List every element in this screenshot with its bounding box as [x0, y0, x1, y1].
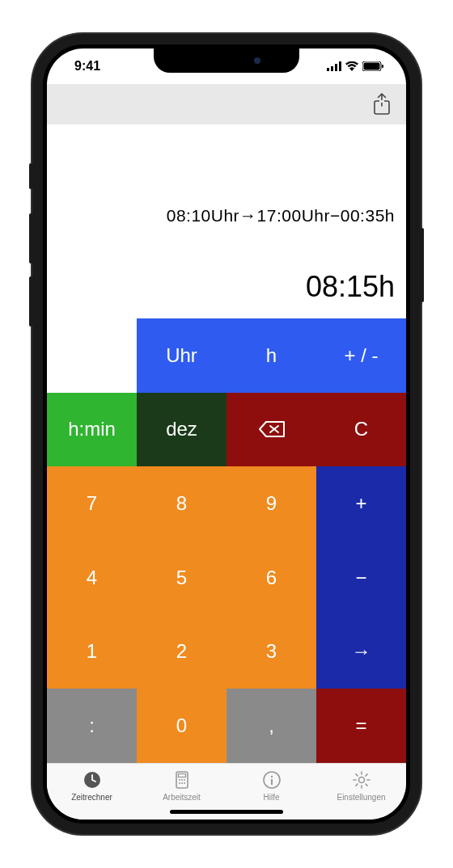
nav-bar	[47, 84, 406, 124]
keypad: Uhr h + / - h:min dez C 7 8 9 + 4 5	[47, 318, 406, 763]
key-2[interactable]: 2	[137, 615, 226, 689]
key-8[interactable]: 8	[137, 466, 226, 541]
key-minus[interactable]: −	[316, 541, 406, 615]
gear-icon	[351, 769, 372, 790]
key-uhr[interactable]: Uhr	[137, 318, 226, 393]
key-colon[interactable]: :	[47, 689, 137, 763]
home-indicator[interactable]	[170, 810, 283, 814]
svg-point-17	[184, 782, 185, 784]
share-icon	[373, 93, 391, 116]
expression-text: 08:10Uhr→17:00Uhr−00:35h	[167, 206, 395, 225]
backspace-icon	[258, 419, 286, 439]
svg-rect-8	[379, 100, 384, 103]
result-text: 08:15h	[306, 270, 395, 304]
key-hmin[interactable]: h:min	[47, 393, 137, 467]
side-button	[29, 163, 32, 189]
wifi-icon	[345, 61, 358, 71]
key-h[interactable]: h	[226, 318, 316, 393]
side-button	[29, 276, 32, 327]
info-icon	[261, 769, 282, 790]
battery-icon	[362, 61, 383, 71]
svg-point-13	[181, 779, 183, 781]
svg-point-12	[179, 779, 180, 781]
key-7[interactable]: 7	[47, 466, 137, 541]
key-empty	[47, 318, 137, 393]
key-backspace[interactable]	[226, 393, 316, 467]
key-9[interactable]: 9	[226, 466, 316, 541]
cellular-icon	[327, 61, 341, 71]
svg-rect-2	[335, 64, 337, 71]
key-1[interactable]: 1	[47, 615, 137, 689]
svg-rect-0	[327, 68, 329, 71]
svg-point-14	[184, 779, 185, 781]
svg-rect-5	[364, 63, 380, 70]
key-plus[interactable]: +	[316, 466, 406, 541]
svg-point-15	[179, 782, 180, 784]
key-4[interactable]: 4	[47, 541, 137, 615]
tab-einstellungen[interactable]: Einstellungen	[316, 769, 406, 802]
tab-arbeitszeit[interactable]: Arbeitszeit	[137, 769, 226, 802]
side-button	[29, 213, 32, 263]
svg-point-16	[181, 782, 183, 784]
status-time: 9:41	[74, 59, 100, 74]
key-plusminus[interactable]: + / -	[316, 318, 406, 393]
key-6[interactable]: 6	[226, 541, 316, 615]
tab-zeitrechner[interactable]: Zeitrechner	[47, 769, 137, 802]
tab-label: Arbeitszeit	[163, 793, 201, 802]
key-dez[interactable]: dez	[137, 393, 226, 467]
phone-frame: 9:41 08:10Uhr→17:00Uhr−00:35h	[32, 34, 421, 834]
key-0[interactable]: 0	[137, 689, 226, 763]
key-arrow[interactable]: →	[316, 615, 406, 689]
tab-label: Zeitrechner	[71, 793, 112, 802]
share-button[interactable]	[370, 91, 393, 117]
svg-point-19	[270, 776, 272, 777]
svg-rect-1	[331, 66, 333, 71]
key-clear[interactable]: C	[316, 393, 406, 467]
key-equals[interactable]: =	[316, 689, 406, 763]
svg-rect-20	[271, 779, 273, 785]
clock-icon	[82, 769, 103, 790]
svg-rect-6	[382, 65, 383, 68]
key-comma[interactable]: ,	[226, 689, 316, 763]
tab-label: Hilfe	[263, 793, 279, 802]
side-button	[421, 228, 424, 302]
tab-hilfe[interactable]: Hilfe	[226, 769, 316, 802]
tab-label: Einstellungen	[337, 793, 385, 802]
key-5[interactable]: 5	[137, 541, 226, 615]
svg-point-21	[358, 777, 364, 783]
notch	[154, 48, 299, 73]
status-icons	[327, 61, 383, 71]
svg-rect-3	[339, 61, 341, 71]
calculator-icon	[171, 769, 193, 790]
display-area: 08:10Uhr→17:00Uhr−00:35h 08:15h	[47, 124, 406, 318]
svg-rect-11	[178, 774, 185, 777]
key-3[interactable]: 3	[226, 615, 316, 689]
